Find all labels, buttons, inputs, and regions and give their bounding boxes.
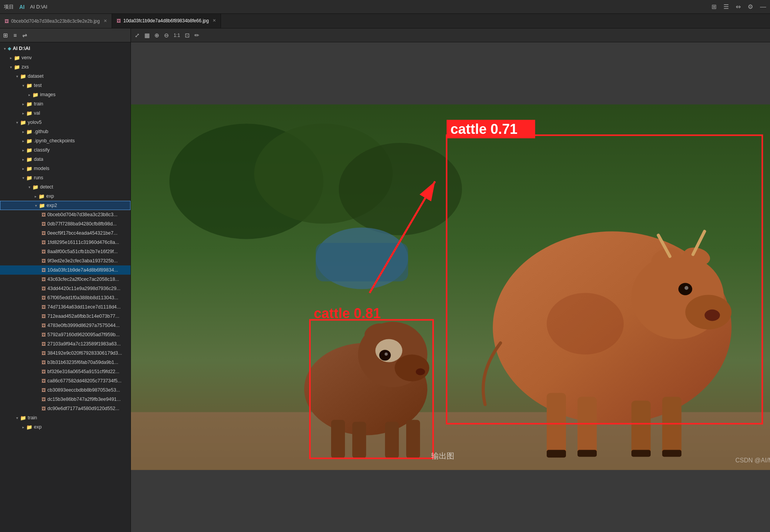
tree-label-exp3: exp [34,424,42,430]
folder-classify-icon: 📁 [26,147,32,153]
tree-item-test[interactable]: ▾ 📁 test [0,81,131,90]
tree-item-file-17[interactable]: 🖼 b3b31b63235f6fab70a59da9b1... [0,358,131,367]
tree-item-images[interactable]: ▸ 📁 images [0,90,131,99]
file-icon-17: 🖼 [42,360,46,365]
arrow-models: ▸ [20,167,26,171]
tree-item-file-11[interactable]: 🖼 74d71364a63dd11ece7d1118d4... [0,302,131,312]
grid-icon[interactable]: ⊞ [711,3,716,10]
pen-icon[interactable]: ✏ [194,32,199,39]
folder-github-icon: 📁 [26,129,32,135]
tree-item-exp[interactable]: ▸ 📁 exp [0,192,131,201]
tree-item-file-2[interactable]: 🖼 0db77f7288ba94280cfb8fb98d... [0,219,131,228]
tree-item-file-8[interactable]: 🖼 43c63cfec2a2f0cec7ac2058c18... [0,275,131,284]
split-icon[interactable]: ⇔ [736,3,741,10]
file-icon-12: 🖼 [42,314,46,319]
tree-label-file-8: 43c63cfec2a2f0cec7ac2058c18... [47,277,119,282]
settings-icon[interactable]: ⚙ [748,3,753,10]
tree-item-file-13[interactable]: 🖼 4783e0fb3999d86297a7575044... [0,321,131,330]
svg-rect-40 [316,243,408,282]
watermark-text: CSDN @AI/Mu... [735,457,770,464]
tree-item-file-6[interactable]: 🖼 9f3ed2e3e2cfec3aba1937325b... [0,256,131,265]
tree-label-file-19: ca86c677582dd48205c773734f5... [47,378,122,384]
tree-item-file-3[interactable]: 🖼 0eecf9f17bcc4eada454321be7... [0,228,131,238]
tree-label-file-21: dc15b3e86bb747a2f9fb3ee9491... [47,397,121,402]
tree-item-file-21[interactable]: 🖼 dc15b3e86bb747a2f9fb3ee9491... [0,395,131,404]
tree-item-ai-root[interactable]: ▾ ◆ AI D:\AI [0,44,131,53]
svg-rect-23 [631,450,651,457]
arrow-images: ▸ [26,93,32,97]
tree-label-file-12: 712eaad452a6fbb3c14e073b77... [47,314,119,319]
tree-item-file-19[interactable]: 🖼 ca86c677582dd48205c773734f5... [0,376,131,385]
tree-item-file-4[interactable]: 🖼 1fd8295e16111c31960d476c8a... [0,238,131,247]
grid-view-icon[interactable]: ▦ [144,32,150,39]
tree-item-train2[interactable]: ▾ 📁 train [0,413,131,422]
tree-item-ipynb[interactable]: ▸ 📁 .ipynb_checkpoints [0,136,131,145]
tree-label-file-15: 27103a9f94a7c123589f1983a63... [47,341,121,347]
tab-1[interactable]: 🖼 0bceb0d704b7d38ea3c23b8c3c9e2e2b.jpg ✕ [0,14,112,28]
tree-label-models: models [34,166,49,171]
tree-label-val: val [34,110,40,116]
folder-runs-icon: 📁 [26,175,32,181]
sidebar-list-icon[interactable]: ≡ [13,32,17,38]
list-icon[interactable]: ☰ [723,3,729,10]
folder-images-icon: 📁 [32,92,38,98]
menu-item-project[interactable]: 项目 [4,3,14,10]
sidebar-split-icon[interactable]: ⇌ [22,32,27,39]
tree-item-runs[interactable]: ▾ 📁 runs [0,173,131,182]
folder-data-icon: 📁 [26,157,32,162]
menu-bar-left: 项目 AI AI D:\AI [4,3,47,10]
tree-item-file-9[interactable]: 🖼 43dd4420c11e9a2998d7936c29... [0,284,131,293]
tab-2-icon: 🖼 [117,18,121,23]
tree-label-train2: train [28,415,37,420]
tree-item-yolov5[interactable]: ▾ 📁 yolov5 [0,118,131,127]
tree-item-github[interactable]: ▸ 📁 .github [0,127,131,136]
ai-icon: AI [19,4,25,10]
tree-item-exp2[interactable]: ▾ 📁 exp2 [0,201,131,210]
svg-point-32 [379,350,391,361]
tab-2-close[interactable]: ✕ [213,18,216,23]
folder-test-icon: 📁 [26,83,32,88]
arrow-runs: ▾ [20,176,26,180]
fullscreen-icon[interactable]: ⤢ [135,32,140,39]
tab-1-close[interactable]: ✕ [104,18,107,23]
tree-item-file-12[interactable]: 🖼 712eaad452a6fbb3c14e073b77... [0,312,131,321]
tree-label-file-2: 0db77f7288ba94280cfb8fb98d... [47,221,117,227]
tree-item-file-20[interactable]: 🖼 cb30893eeccbdbb8b987053e53... [0,385,131,395]
actual-size-icon[interactable]: 1:1 [174,33,180,38]
tree-item-file-5[interactable]: 🖼 8aa8f00c5a51cfb1b2b7e16f29f... [0,247,131,256]
tree-label-file-20: cb30893eeccbdbb8b987053e53... [47,387,120,393]
tab-2[interactable]: 🖼 10da03fc1b9de7a4d8b6f89834b8fe66.jpg ✕ [112,14,221,28]
file-icon-15: 🖼 [42,342,46,346]
svg-rect-35 [331,420,345,459]
tree-item-file-22[interactable]: 🖼 dc90e6df7177a4580d9120d552... [0,404,131,413]
tab-1-icon: 🖼 [5,19,9,23]
tree-item-classify[interactable]: ▸ 📁 classify [0,145,131,155]
sidebar-expand-icon[interactable]: ⊞ [3,32,8,39]
tree-item-zxs[interactable]: ▾ 📁 zxs [0,62,131,72]
file-icon-5: 🖼 [42,249,46,254]
tree-item-dataset[interactable]: ▾ 📁 dataset [0,72,131,81]
zoom-in-icon[interactable]: ⊕ [154,32,159,39]
tree-item-file-14[interactable]: 🖼 5792a97160d9620095ad7f959b... [0,330,131,339]
tree-item-file-15[interactable]: 🖼 27103a9f94a7c123589f1983a63... [0,339,131,349]
tree-item-file-7[interactable]: 🖼 10da03fc1b9de7a4d8b6f89834... [0,265,131,275]
zoom-out-icon[interactable]: ⊖ [164,32,169,39]
tree-item-venv[interactable]: ▸ 📁 venv [0,53,131,62]
file-icon-8: 🖼 [42,277,46,282]
tree-item-file-10[interactable]: 🖼 67f065edd1f0a388bb8d113043... [0,293,131,302]
tree-item-exp3[interactable]: ▸ 📁 exp [0,422,131,432]
tree-item-train[interactable]: ▸ 📁 train [0,99,131,108]
tree-item-file-18[interactable]: 🖼 bf326e316a06545a9151cf9fd22... [0,367,131,376]
tree-item-detect[interactable]: ▾ 📁 detect [0,182,131,192]
minimize-icon[interactable]: — [760,3,766,10]
tab-2-label: 10da03fc1b9de7a4d8b6f89834b8fe66.jpg [123,18,209,23]
svg-rect-19 [631,401,651,455]
tree-item-file-1[interactable]: 🖼 0bceb0d704b7d38ea3c23b8c3... [0,210,131,219]
tree-item-models[interactable]: ▸ 📁 models [0,164,131,173]
tree-item-val[interactable]: ▸ 📁 val [0,108,131,118]
tree-item-data[interactable]: ▸ 📁 data [0,155,131,164]
arrow-exp: ▸ [32,194,38,198]
tree-item-file-16[interactable]: 🖼 384192e9c020f679283306179d3... [0,349,131,358]
file-icon-18: 🖼 [42,369,46,374]
fit-icon[interactable]: ⊡ [185,32,190,39]
